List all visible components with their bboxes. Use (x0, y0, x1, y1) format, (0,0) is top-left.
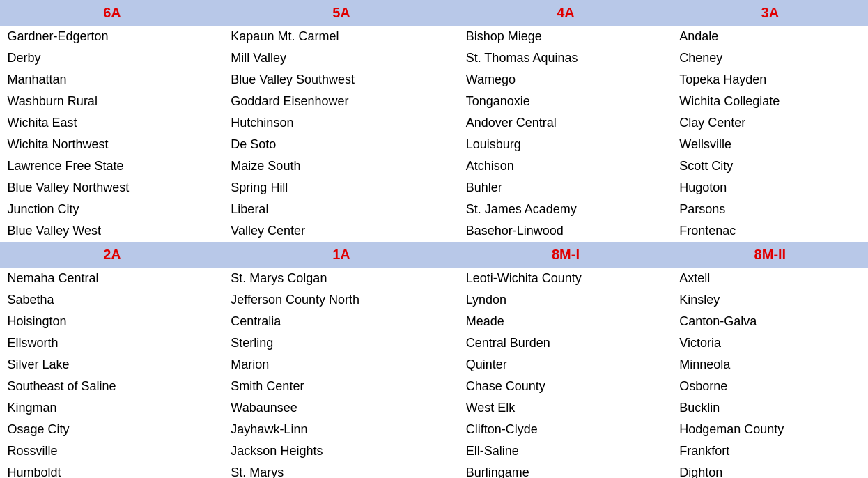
table-cell: Jackson Heights (224, 440, 458, 462)
table-cell: Hugoton (672, 177, 867, 199)
table-cell: Frontenac (672, 220, 867, 242)
table-cell: Spring Hill (224, 177, 458, 199)
table-cell: Goddard Eisenhower (224, 91, 458, 112)
table-cell: Southeast of Saline (1, 376, 224, 397)
table-cell: Clifton-Clyde (459, 419, 673, 440)
column-header: 1A (224, 242, 458, 268)
table-cell: Minneola (672, 354, 867, 376)
table-cell: Marion (224, 354, 458, 376)
table-cell: Canton-Galva (672, 311, 867, 332)
table-cell: Ellsworth (1, 332, 224, 354)
table-cell: Tonganoxie (459, 91, 673, 112)
table-cell: Junction City (1, 199, 224, 220)
table-cell: Wamego (459, 69, 673, 91)
table-cell: Humboldt (1, 462, 224, 478)
table-row: ManhattanBlue Valley SouthwestWamegoTope… (1, 69, 868, 91)
table-row: Lawrence Free StateMaize SouthAtchisonSc… (1, 155, 868, 177)
table-cell: Kapaun Mt. Carmel (224, 26, 458, 48)
table-cell: St. Marys Colgan (224, 268, 458, 290)
table-cell: Wichita Collegiate (672, 91, 867, 112)
table-row: Wichita NorthwestDe SotoLouisburgWellsvi… (1, 134, 868, 155)
table-cell: Wabaunsee (224, 397, 458, 419)
table-cell: Jayhawk-Linn (224, 419, 458, 440)
column-header: 8M-I (459, 242, 673, 268)
table-cell: Scott City (672, 155, 867, 177)
table-cell: Blue Valley Southwest (224, 69, 458, 91)
table-cell: Mill Valley (224, 47, 458, 69)
column-header: 2A (1, 242, 224, 268)
table-cell: Blue Valley Northwest (1, 177, 224, 199)
table-row: HumboldtSt. MarysBurlingameDighton (1, 462, 868, 478)
table-cell: De Soto (224, 134, 458, 155)
table-row: Southeast of SalineSmith CenterChase Cou… (1, 376, 868, 397)
column-header: 6A (1, 1, 224, 26)
table-cell: Washburn Rural (1, 91, 224, 112)
table-cell: Osborne (672, 376, 867, 397)
table-row: Wichita EastHutchinsonAndover CentralCla… (1, 112, 868, 134)
classifications-table: 6A5A4A3AGardner-EdgertonKapaun Mt. Carme… (0, 0, 868, 478)
table-row: Washburn RuralGoddard EisenhowerTonganox… (1, 91, 868, 112)
table-cell: Hutchinson (224, 112, 458, 134)
table-cell: Hodgeman County (672, 419, 867, 440)
table-cell: St. James Academy (459, 199, 673, 220)
table-cell: Quinter (459, 354, 673, 376)
table-cell: Lyndon (459, 289, 673, 311)
table-cell: Axtell (672, 268, 867, 290)
table-row: RossvilleJackson HeightsEll-SalineFrankf… (1, 440, 868, 462)
table-cell: Manhattan (1, 69, 224, 91)
table-cell: Sterling (224, 332, 458, 354)
column-header: 5A (224, 1, 458, 26)
table-cell: Lawrence Free State (1, 155, 224, 177)
column-header: 3A (672, 1, 867, 26)
table-cell: Hoisington (1, 311, 224, 332)
table-row: Osage CityJayhawk-LinnClifton-ClydeHodge… (1, 419, 868, 440)
table-cell: Leoti-Wichita County (459, 268, 673, 290)
table-cell: Cheney (672, 47, 867, 69)
table-cell: Wichita Northwest (1, 134, 224, 155)
table-cell: Chase County (459, 376, 673, 397)
table-cell: Louisburg (459, 134, 673, 155)
table-row: Gardner-EdgertonKapaun Mt. CarmelBishop … (1, 26, 868, 48)
table-cell: Silver Lake (1, 354, 224, 376)
table-cell: Kinsley (672, 289, 867, 311)
table-cell: Jefferson County North (224, 289, 458, 311)
table-cell: Maize South (224, 155, 458, 177)
table-cell: Smith Center (224, 376, 458, 397)
table-row: DerbyMill ValleySt. Thomas AquinasCheney (1, 47, 868, 69)
table-cell: Meade (459, 311, 673, 332)
table-row: HoisingtonCentraliaMeadeCanton-Galva (1, 311, 868, 332)
table-row: SabethaJefferson County NorthLyndonKinsl… (1, 289, 868, 311)
table-row: Junction CityLiberalSt. James AcademyPar… (1, 199, 868, 220)
table-cell: Parsons (672, 199, 867, 220)
table-cell: St. Marys (224, 462, 458, 478)
table-cell: Osage City (1, 419, 224, 440)
table-cell: St. Thomas Aquinas (459, 47, 673, 69)
table-cell: Buhler (459, 177, 673, 199)
table-cell: Frankfort (672, 440, 867, 462)
table-cell: Basehor-Linwood (459, 220, 673, 242)
table-row: EllsworthSterlingCentral BurdenVictoria (1, 332, 868, 354)
table-cell: Andale (672, 26, 867, 48)
table-cell: Bucklin (672, 397, 867, 419)
table-cell: West Elk (459, 397, 673, 419)
table-cell: Wellsville (672, 134, 867, 155)
table-cell: Nemaha Central (1, 268, 224, 290)
table-cell: Wichita East (1, 112, 224, 134)
table-cell: Clay Center (672, 112, 867, 134)
column-header: 8M-II (672, 242, 867, 268)
table-cell: Topeka Hayden (672, 69, 867, 91)
table-cell: Blue Valley West (1, 220, 224, 242)
table-row: Blue Valley WestValley CenterBasehor-Lin… (1, 220, 868, 242)
table-cell: Gardner-Edgerton (1, 26, 224, 48)
table-cell: Andover Central (459, 112, 673, 134)
table-cell: Dighton (672, 462, 867, 478)
table-cell: Sabetha (1, 289, 224, 311)
table-cell: Kingman (1, 397, 224, 419)
column-header: 4A (459, 1, 673, 26)
table-cell: Rossville (1, 440, 224, 462)
table-cell: Central Burden (459, 332, 673, 354)
table-row: Nemaha CentralSt. Marys ColganLeoti-Wich… (1, 268, 868, 290)
table-cell: Derby (1, 47, 224, 69)
table-cell: Burlingame (459, 462, 673, 478)
table-cell: Liberal (224, 199, 458, 220)
